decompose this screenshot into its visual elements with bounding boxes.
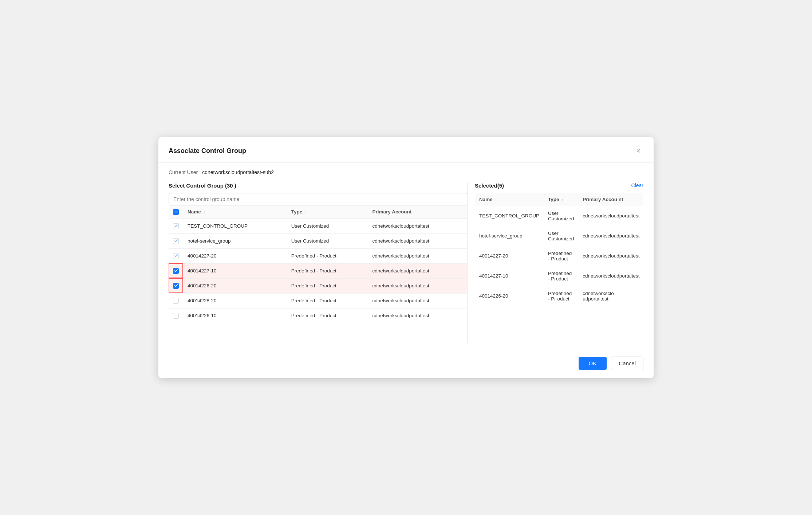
right-table-row: 40014227-10Predefined - Productcdnetwork… <box>475 266 643 286</box>
right-col-type: Type ↕ <box>544 193 578 206</box>
left-table-row: 40014226-20Predefined - Productcdnetwork… <box>169 278 467 293</box>
right-table-row: TEST_CONTROL_GROUPUser Customizedcdnetwo… <box>475 206 643 226</box>
left-panel-title: Select Control Group (30 ) <box>169 182 236 189</box>
dialog-title: Associate Control Group <box>169 147 246 155</box>
row-primary-account: cdnetworkscloudportaltest <box>368 263 467 278</box>
right-row-primary-account: cdnetworkscloudportaltest <box>578 246 643 266</box>
row-checkbox[interactable] <box>173 253 179 259</box>
row-checkbox-cell <box>169 233 183 248</box>
row-checkbox-cell <box>169 219 183 233</box>
row-type: Predefined - Product <box>287 278 368 293</box>
right-row-primary-account: cdnetworkscloudportaltest <box>578 206 643 226</box>
search-input[interactable] <box>169 193 467 205</box>
row-checkbox[interactable] <box>173 238 179 244</box>
col-type: Type ↕ <box>287 205 368 219</box>
right-table-row: 40014227-20Predefined - Productcdnetwork… <box>475 246 643 266</box>
row-name: 40014227-20 <box>183 248 287 263</box>
col-primary-account: Primary Account <box>368 205 467 219</box>
right-table: Name ↕ Type ↕ Primary Accou nt Actions <box>475 193 643 306</box>
search-input-wrap <box>169 193 467 205</box>
left-table-body: TEST_CONTROL_GROUPUser Customizedcdnetwo… <box>169 219 467 323</box>
row-primary-account: cdnetworkscloudportaltest <box>368 233 467 248</box>
left-table-scroll: Name ↕ Type ↕ Primary Account <box>169 205 467 323</box>
row-primary-account: cdnetworkscloudportaltest <box>368 219 467 233</box>
row-name: 40014227-10 <box>183 263 287 278</box>
right-row-type: User Customized <box>544 226 578 246</box>
current-user-value: cdnetworkscloudportaltest-sub2 <box>202 169 274 175</box>
row-primary-account: cdnetworkscloudportaltest <box>368 308 467 323</box>
right-row-name: 40014227-10 <box>475 266 544 286</box>
right-row-name: hotel-service_group <box>475 226 544 246</box>
row-name: 40014226-10 <box>183 308 287 323</box>
right-panel-header: Selected(5) Clear <box>475 182 643 189</box>
row-checkbox[interactable] <box>173 223 179 229</box>
left-panel-header: Select Control Group (30 ) <box>169 182 467 189</box>
right-table-scroll: Name ↕ Type ↕ Primary Accou nt Actions <box>475 193 643 306</box>
row-name: TEST_CONTROL_GROUP <box>183 219 287 233</box>
left-table-row: 40014227-10Predefined - Productcdnetwork… <box>169 263 467 278</box>
col-checkbox <box>169 205 183 219</box>
row-name: 40014226-20 <box>183 278 287 293</box>
ok-button[interactable]: OK <box>579 357 607 370</box>
left-panel: Select Control Group (30 ) <box>169 182 467 323</box>
row-type: Predefined - Product <box>287 248 368 263</box>
cancel-button[interactable]: Cancel <box>611 357 643 370</box>
row-type: Predefined - Product <box>287 293 368 308</box>
row-checkbox-cell <box>169 308 183 323</box>
current-user-label: Current User <box>169 169 198 175</box>
row-primary-account: cdnetworkscloudportaltest <box>368 293 467 308</box>
right-name-sort-icon[interactable]: ↕ <box>495 198 497 202</box>
left-table-row: 40014227-20Predefined - Productcdnetwork… <box>169 248 467 263</box>
left-table-row: 40014226-10Predefined - Productcdnetwork… <box>169 308 467 323</box>
dialog-footer: OK Cancel <box>158 349 654 378</box>
col-name: Name ↕ <box>183 205 287 219</box>
right-panel-title: Selected(5) <box>475 182 504 189</box>
close-button[interactable]: × <box>633 145 643 157</box>
left-table: Name ↕ Type ↕ Primary Account <box>169 205 467 323</box>
row-name: 40014228-20 <box>183 293 287 308</box>
clear-button[interactable]: Clear <box>631 182 643 188</box>
right-row-name: 40014226-20 <box>475 286 544 306</box>
row-type: Predefined - Product <box>287 263 368 278</box>
panels-row: Select Control Group (30 ) <box>169 182 643 343</box>
dialog-body: Current User cdnetworkscloudportaltest-s… <box>158 163 654 343</box>
right-row-primary-account: cdnetworksclo udportaltest <box>578 286 643 306</box>
row-name: hotel-service_group <box>183 233 287 248</box>
type-sort-icon[interactable]: ↕ <box>305 210 307 214</box>
right-panel: Selected(5) Clear Name ↕ <box>468 182 643 306</box>
left-table-row: 40014228-20Predefined - Productcdnetwork… <box>169 293 467 308</box>
right-row-type: Predefined - Product <box>544 246 578 266</box>
right-row-primary-account: cdnetworkscloudportaltest <box>578 226 643 246</box>
right-table-row: hotel-service_groupUser Customizedcdnetw… <box>475 226 643 246</box>
select-all-checkbox[interactable] <box>173 209 179 215</box>
left-table-row: hotel-service_groupUser Customizedcdnetw… <box>169 233 467 248</box>
row-checkbox[interactable] <box>173 313 179 319</box>
left-table-row: TEST_CONTROL_GROUPUser Customizedcdnetwo… <box>169 219 467 233</box>
row-checkbox[interactable] <box>173 298 179 304</box>
name-sort-icon[interactable]: ↕ <box>204 210 205 214</box>
row-checkbox[interactable] <box>173 283 179 289</box>
row-type: User Customized <box>287 233 368 248</box>
right-row-primary-account: cdnetworkscloudportaltest <box>578 266 643 286</box>
right-row-type: Predefined - Product <box>544 266 578 286</box>
row-type: Predefined - Product <box>287 308 368 323</box>
right-table-body: TEST_CONTROL_GROUPUser Customizedcdnetwo… <box>475 206 643 306</box>
right-col-primary-account: Primary Accou nt <box>578 193 643 206</box>
row-checkbox-cell <box>169 263 183 278</box>
right-row-name: TEST_CONTROL_GROUP <box>475 206 544 226</box>
left-table-header-row: Name ↕ Type ↕ Primary Account <box>169 205 467 219</box>
right-row-type: Predefined - Pr oduct <box>544 286 578 306</box>
row-type: User Customized <box>287 219 368 233</box>
row-checkbox-cell <box>169 293 183 308</box>
row-checkbox-cell <box>169 248 183 263</box>
current-user-row: Current User cdnetworkscloudportaltest-s… <box>169 169 643 175</box>
right-col-name: Name ↕ <box>475 193 544 206</box>
dialog-header: Associate Control Group × <box>158 137 654 163</box>
row-primary-account: cdnetworkscloudportaltest <box>368 278 467 293</box>
row-checkbox-cell <box>169 278 183 293</box>
right-table-header-row: Name ↕ Type ↕ Primary Accou nt Actions <box>475 193 643 206</box>
associate-control-group-dialog: Associate Control Group × Current User c… <box>158 137 654 378</box>
right-type-sort-icon[interactable]: ↕ <box>561 198 563 202</box>
right-table-row: 40014226-20Predefined - Pr oductcdnetwor… <box>475 286 643 306</box>
row-checkbox[interactable] <box>173 268 179 274</box>
